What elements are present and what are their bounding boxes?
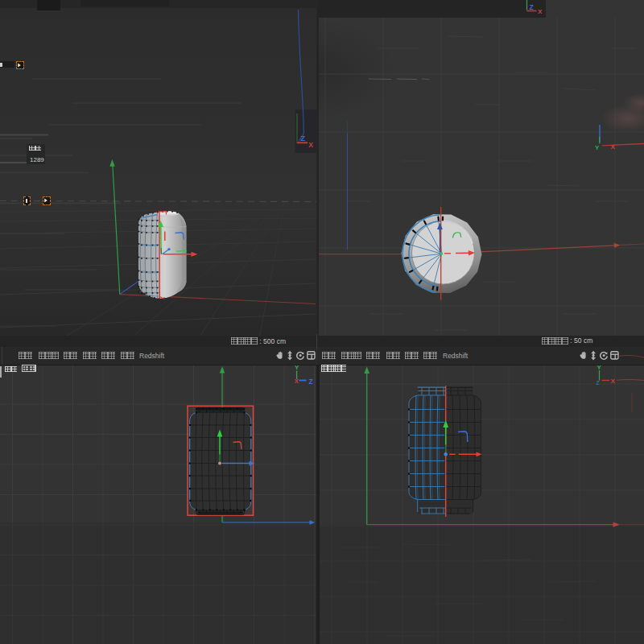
svg-text:X: X	[538, 8, 543, 15]
svg-text:X: X	[611, 143, 616, 151]
svg-text:Z: Z	[309, 378, 313, 386]
svg-text:X: X	[611, 378, 616, 385]
svg-text:X: X	[308, 141, 313, 149]
svg-text:Z: Z	[597, 380, 601, 386]
svg-text:Y: Y	[597, 365, 602, 371]
svg-text:X: X	[295, 378, 299, 385]
svg-text:Z: Z	[530, 3, 534, 11]
svg-text:Z: Z	[300, 134, 305, 142]
svg-text:Y: Y	[595, 144, 600, 151]
svg-text:Y: Y	[295, 365, 299, 371]
